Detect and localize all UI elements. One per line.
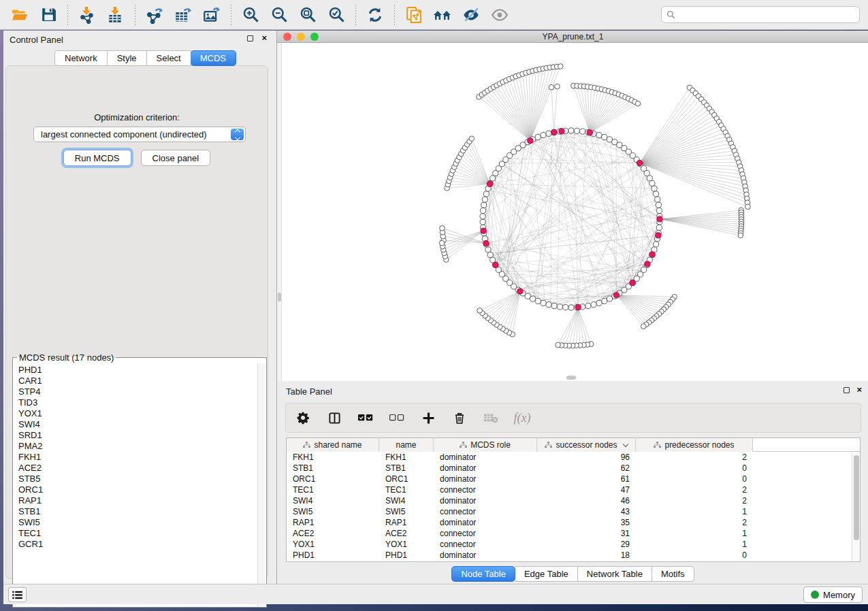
open-session-icon[interactable] <box>7 3 32 27</box>
tab-network-table[interactable]: Network Table <box>578 566 652 582</box>
table-row[interactable]: FKH1FKH1dominator962 <box>287 452 852 463</box>
import-network-icon[interactable] <box>75 3 99 27</box>
cell-MCDS-role: connector <box>434 485 537 495</box>
close-table-panel-icon[interactable]: × <box>856 384 862 395</box>
network-horizontal-scrollbar[interactable] <box>566 376 576 380</box>
table-row[interactable]: PHD1PHD1dominator180 <box>287 550 852 561</box>
control-panel: Control Panel × NetworkStyleSelectMCDS O… <box>3 31 276 584</box>
mcds-result-item[interactable]: SRD1 <box>18 430 257 441</box>
mcds-result-item[interactable]: TID3 <box>18 397 257 408</box>
save-session-icon[interactable] <box>36 3 61 27</box>
tab-style[interactable]: Style <box>108 50 147 66</box>
column-header-shared-name[interactable]: shared name <box>287 438 379 452</box>
mcds-list-scrollbar[interactable] <box>257 363 266 606</box>
table-row[interactable]: SWI4SWI4dominator462 <box>287 495 852 506</box>
column-label: shared name <box>314 440 361 450</box>
search-icon <box>666 10 675 19</box>
node-table: shared namenameMCDS rolesuccessor nodesp… <box>286 437 861 562</box>
mcds-result-item[interactable]: TEC1 <box>18 528 257 539</box>
column-header-MCDS-role[interactable]: MCDS role <box>434 438 537 452</box>
table-row[interactable]: TEC1TEC1connector472 <box>287 484 852 495</box>
tab-network[interactable]: Network <box>54 50 108 66</box>
column-layout-icon[interactable] <box>325 409 343 427</box>
add-column-icon[interactable] <box>419 409 437 427</box>
table-row[interactable]: RAP1RAP1dominator352 <box>287 517 852 528</box>
mcds-result-item[interactable]: GCR1 <box>18 539 257 550</box>
float-panel-icon[interactable] <box>247 35 253 42</box>
table-row[interactable]: STB1STB1dominator620 <box>287 463 852 474</box>
cell-name: SWI4 <box>379 496 434 506</box>
mcds-result-item[interactable]: PHD1 <box>18 365 257 376</box>
mcds-result-item[interactable]: STB5 <box>18 474 257 484</box>
table-scrollbar[interactable] <box>852 452 860 561</box>
mcds-result-item[interactable]: STP4 <box>18 386 257 397</box>
zoom-selected-icon[interactable] <box>324 3 349 27</box>
tab-node-table[interactable]: Node Table <box>451 566 515 582</box>
toolbar-separator <box>135 5 135 25</box>
mcds-result-item[interactable]: SWI4 <box>18 419 257 430</box>
memory-button[interactable]: Memory <box>803 587 863 603</box>
run-mcds-button[interactable]: Run MCDS <box>63 150 131 166</box>
zoom-in-icon[interactable] <box>238 3 263 27</box>
table-row[interactable]: YOX1YOX1connector291 <box>287 539 852 550</box>
float-table-panel-icon[interactable] <box>843 387 850 393</box>
mcds-result-item[interactable]: STB1 <box>18 506 257 517</box>
tab-edge-table[interactable]: Edge Table <box>515 566 578 582</box>
tab-select[interactable]: Select <box>147 50 191 66</box>
mcds-result-item[interactable]: CAR1 <box>18 376 257 386</box>
mcds-result-item[interactable]: YOX1 <box>18 408 257 419</box>
tab-mcds[interactable]: MCDS <box>191 50 236 66</box>
table-row[interactable]: ORC1ORC1dominator610 <box>287 474 852 484</box>
import-table-icon[interactable] <box>103 3 128 27</box>
nested-networks-icon[interactable] <box>430 3 455 27</box>
select-all-checkboxes-icon[interactable] <box>357 409 374 427</box>
mcds-result-item[interactable]: RAP1 <box>18 495 257 506</box>
mcds-result-item[interactable]: ORC1 <box>18 484 257 495</box>
cell-predecessor-nodes: 2 <box>636 485 753 495</box>
close-panel-button[interactable]: Close panel <box>141 150 211 166</box>
table-row[interactable]: SWI5SWI5connector431 <box>287 506 852 517</box>
mcds-result-item[interactable]: SWI5 <box>18 517 257 528</box>
close-panel-icon[interactable]: × <box>261 33 267 44</box>
sort-chevron-icon <box>622 441 628 446</box>
control-panel-tabs: NetworkStyleSelectMCDS <box>54 50 236 66</box>
hide-selected-icon[interactable] <box>459 3 483 27</box>
network-vertical-scrollbar[interactable] <box>277 43 282 381</box>
zoom-fit-icon[interactable] <box>295 3 320 27</box>
task-history-button[interactable] <box>8 587 27 602</box>
cell-name: RAP1 <box>379 518 434 527</box>
export-network-icon[interactable] <box>142 3 167 27</box>
mcds-result-item[interactable]: PMA2 <box>18 441 257 452</box>
clone-network-icon[interactable] <box>402 3 426 27</box>
export-image-icon[interactable] <box>199 3 224 27</box>
network-canvas[interactable] <box>277 43 868 381</box>
cell-MCDS-role: connector <box>434 540 537 549</box>
network-graph[interactable] <box>277 43 868 381</box>
export-table-icon[interactable] <box>171 3 195 27</box>
mcds-result-item[interactable]: ACE2 <box>18 463 257 474</box>
mcds-result-title: MCDS result (17 nodes) <box>17 352 116 363</box>
column-header-predecessor-nodes[interactable]: predecessor nodes <box>636 438 753 452</box>
settings-gear-icon[interactable] <box>294 409 312 427</box>
refresh-view-icon[interactable] <box>363 3 387 27</box>
cell-successor-nodes: 43 <box>537 507 636 516</box>
zoom-out-icon[interactable] <box>267 3 291 27</box>
show-all-icon[interactable] <box>487 3 512 27</box>
tab-motifs[interactable]: Motifs <box>652 566 694 582</box>
cell-predecessor-nodes: 1 <box>636 507 753 516</box>
mcds-result-item[interactable]: FKH1 <box>18 452 257 463</box>
column-label: successor nodes <box>556 440 617 450</box>
delete-column-icon[interactable] <box>451 409 468 427</box>
column-header-successor-nodes[interactable]: successor nodes <box>537 438 636 452</box>
mcds-tab-content: Optimization criterion: largest connecte… <box>5 65 268 579</box>
desktop-wallpaper: Control Panel × NetworkStyleSelectMCDS O… <box>0 0 868 611</box>
cell-MCDS-role: dominator <box>434 463 537 473</box>
search-input[interactable] <box>679 8 859 22</box>
criterion-selected-value: largest connected component (undirected) <box>41 129 207 139</box>
memory-label: Memory <box>823 590 855 600</box>
table-row[interactable]: ACE2ACE2connector311 <box>287 528 852 539</box>
memory-status-icon <box>811 591 819 599</box>
deselect-all-checkboxes-icon[interactable] <box>388 409 406 427</box>
column-header-name[interactable]: name <box>379 438 434 452</box>
criterion-select[interactable]: largest connected component (undirected) <box>33 127 246 142</box>
